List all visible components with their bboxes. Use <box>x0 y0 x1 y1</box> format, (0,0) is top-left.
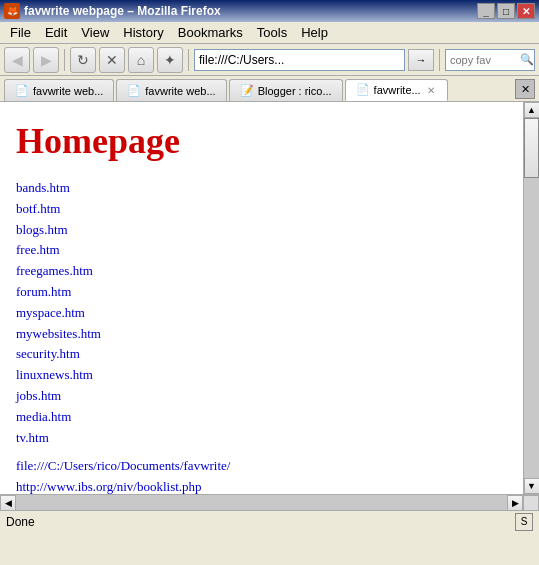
tabs-close-button[interactable]: ✕ <box>515 79 535 99</box>
go-button[interactable]: → <box>408 49 434 71</box>
menu-file[interactable]: File <box>4 23 37 42</box>
link-freegames[interactable]: freegames.htm <box>16 261 507 282</box>
page-title: Homepage <box>16 114 507 168</box>
tab-3-label: Blogger : rico... <box>258 85 332 97</box>
scroll-left-button[interactable]: ◀ <box>0 495 16 511</box>
scroll-down-button[interactable]: ▼ <box>524 478 540 494</box>
tab-1-favicon: 📄 <box>15 84 29 98</box>
menu-bar: File Edit View History Bookmarks Tools H… <box>0 22 539 44</box>
menu-tools[interactable]: Tools <box>251 23 293 42</box>
horizontal-scrollbar[interactable]: ◀ ▶ <box>0 494 539 510</box>
link-free[interactable]: free.htm <box>16 240 507 261</box>
status-text: Done <box>6 515 35 529</box>
window-controls: _ □ ✕ <box>477 3 535 19</box>
scroll-track-v[interactable] <box>524 118 539 478</box>
tab-3-favicon: 📝 <box>240 84 254 98</box>
tab-1[interactable]: 📄 favwrite web... <box>4 79 114 101</box>
toolbar-separator-2 <box>188 49 189 71</box>
toolbar: ◀ ▶ ↻ ✕ ⌂ ✦ → 🔍 <box>0 44 539 76</box>
maximize-button[interactable]: □ <box>497 3 515 19</box>
scroll-up-button[interactable]: ▲ <box>524 102 540 118</box>
scrollbar-corner <box>523 495 539 511</box>
search-box[interactable]: 🔍 <box>445 49 535 71</box>
tab-1-label: favwrite web... <box>33 85 103 97</box>
minimize-button[interactable]: _ <box>477 3 495 19</box>
links-section: bands.htm botf.htm blogs.htm free.htm fr… <box>16 178 507 448</box>
toolbar-separator-1 <box>64 49 65 71</box>
link-extra-2[interactable]: http://www.ibs.org/niv/booklist.php <box>16 477 507 494</box>
link-myspace[interactable]: myspace.htm <box>16 303 507 324</box>
link-extra-1[interactable]: file:///C:/Users/rico/Documents/favwrite… <box>16 456 507 477</box>
toolbar-separator-3 <box>439 49 440 71</box>
tabs-bar: 📄 favwrite web... 📄 favwrite web... 📝 Bl… <box>0 76 539 102</box>
tab-4-close[interactable]: ✕ <box>425 84 437 96</box>
home-button[interactable]: ⌂ <box>128 47 154 73</box>
content-wrapper: Homepage bands.htm botf.htm blogs.htm fr… <box>0 102 539 494</box>
back-button[interactable]: ◀ <box>4 47 30 73</box>
scroll-right-button[interactable]: ▶ <box>507 495 523 511</box>
link-linuxnews[interactable]: linuxnews.htm <box>16 365 507 386</box>
address-bar <box>194 49 405 71</box>
stop-button[interactable]: ✕ <box>99 47 125 73</box>
link-jobs[interactable]: jobs.htm <box>16 386 507 407</box>
close-button[interactable]: ✕ <box>517 3 535 19</box>
tab-4[interactable]: 📄 favwrite... ✕ <box>345 79 448 101</box>
menu-view[interactable]: View <box>75 23 115 42</box>
status-bar: Done S <box>0 510 539 532</box>
vertical-scrollbar[interactable]: ▲ ▼ <box>523 102 539 494</box>
tab-4-label: favwrite... <box>374 84 421 96</box>
tab-2-label: favwrite web... <box>145 85 215 97</box>
tab-2[interactable]: 📄 favwrite web... <box>116 79 226 101</box>
scroll-thumb-v[interactable] <box>524 118 539 178</box>
link-bands[interactable]: bands.htm <box>16 178 507 199</box>
title-bar: 🦊 favwrite webpage – Mozilla Firefox _ □… <box>0 0 539 22</box>
refresh-button[interactable]: ↻ <box>70 47 96 73</box>
search-icon: 🔍 <box>520 53 534 66</box>
app-icon: 🦊 <box>4 3 20 19</box>
spacer-1 <box>16 448 507 456</box>
forward-button[interactable]: ▶ <box>33 47 59 73</box>
link-security[interactable]: security.htm <box>16 344 507 365</box>
link-mywebsites[interactable]: mywebsites.htm <box>16 324 507 345</box>
menu-history[interactable]: History <box>117 23 169 42</box>
window-title: favwrite webpage – Mozilla Firefox <box>24 4 221 18</box>
menu-bookmarks[interactable]: Bookmarks <box>172 23 249 42</box>
new-tab-icon[interactable]: ✦ <box>157 47 183 73</box>
menu-help[interactable]: Help <box>295 23 334 42</box>
link-botf[interactable]: botf.htm <box>16 199 507 220</box>
scroll-track-h[interactable] <box>16 495 507 510</box>
search-input[interactable] <box>450 54 520 66</box>
link-media[interactable]: media.htm <box>16 407 507 428</box>
link-tv[interactable]: tv.htm <box>16 428 507 449</box>
link-blogs[interactable]: blogs.htm <box>16 220 507 241</box>
link-forum[interactable]: forum.htm <box>16 282 507 303</box>
tab-2-favicon: 📄 <box>127 84 141 98</box>
page-content: Homepage bands.htm botf.htm blogs.htm fr… <box>0 102 523 494</box>
status-icon: S <box>515 513 533 531</box>
address-input[interactable] <box>194 49 405 71</box>
menu-edit[interactable]: Edit <box>39 23 73 42</box>
tab-4-favicon: 📄 <box>356 83 370 97</box>
tab-3[interactable]: 📝 Blogger : rico... <box>229 79 343 101</box>
